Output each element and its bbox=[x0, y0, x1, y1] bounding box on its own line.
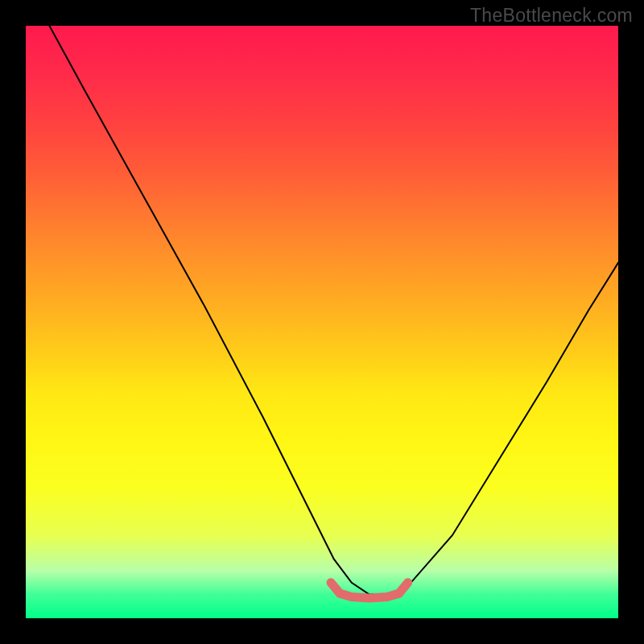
chart-frame: TheBottleneck.com bbox=[0, 0, 644, 644]
watermark-text: TheBottleneck.com bbox=[470, 5, 633, 27]
chart-curves-svg bbox=[26, 26, 618, 618]
black-curve bbox=[49, 26, 618, 595]
red-flat-segment bbox=[331, 583, 408, 598]
